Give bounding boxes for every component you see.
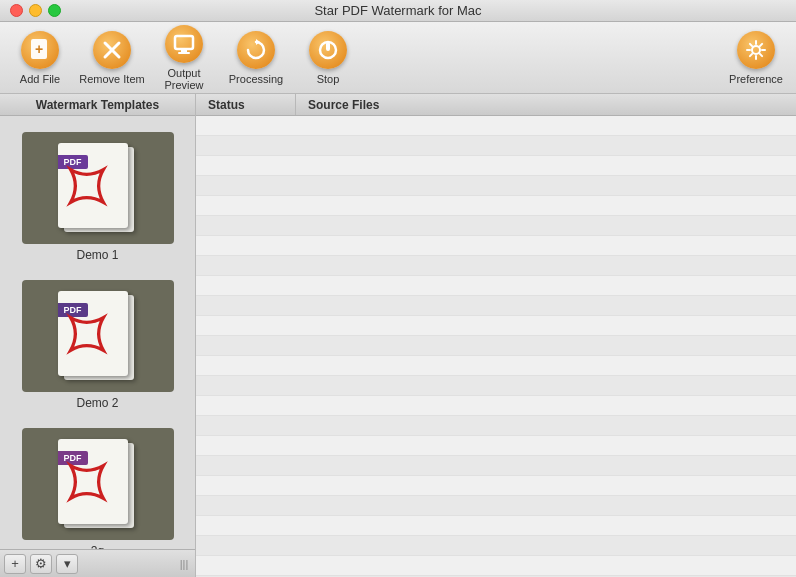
templates-list: PDF Demo 1 PDF xyxy=(0,116,195,549)
left-panel: Watermark Templates PDF Demo 1 xyxy=(0,94,196,577)
add-file-icon: + xyxy=(21,31,59,69)
title-bar: Star PDF Watermark for Mac xyxy=(0,0,796,22)
table-row xyxy=(196,296,796,316)
preview-icon xyxy=(165,25,203,63)
table-row xyxy=(196,496,796,516)
table-row xyxy=(196,556,796,576)
table-row xyxy=(196,376,796,396)
table-row xyxy=(196,476,796,496)
preference-button[interactable]: Preference xyxy=(720,25,792,91)
svg-point-10 xyxy=(752,46,760,54)
template-thumb-demo1: PDF xyxy=(22,132,174,244)
remove-item-label: Remove Item xyxy=(79,73,144,85)
table-row xyxy=(196,236,796,256)
table-row xyxy=(196,136,796,156)
svg-rect-4 xyxy=(175,36,193,49)
maximize-button[interactable] xyxy=(48,4,61,17)
source-files-column-header: Source Files xyxy=(296,94,796,115)
table-row xyxy=(196,276,796,296)
status-column-header: Status xyxy=(196,94,296,115)
table-row xyxy=(196,536,796,556)
remove-item-button[interactable]: Remove Item xyxy=(76,25,148,91)
preference-label: Preference xyxy=(729,73,783,85)
svg-rect-9 xyxy=(326,42,330,51)
add-file-button[interactable]: + Add File xyxy=(4,25,76,91)
svg-line-15 xyxy=(750,43,752,45)
stop-icon xyxy=(309,31,347,69)
content-area: Watermark Templates PDF Demo 1 xyxy=(0,94,796,577)
svg-line-16 xyxy=(760,53,762,55)
window-controls xyxy=(10,4,61,17)
template-thumb-2q: PDF xyxy=(22,428,174,540)
table-row xyxy=(196,456,796,476)
processing-button[interactable]: Processing xyxy=(220,25,292,91)
svg-text:+: + xyxy=(35,41,43,57)
processing-icon xyxy=(237,31,275,69)
settings-template-button[interactable]: ⚙ xyxy=(30,554,52,574)
template-thumb-demo2: PDF xyxy=(22,280,174,392)
table-row xyxy=(196,336,796,356)
arrow-template-button[interactable]: ▾ xyxy=(56,554,78,574)
svg-rect-6 xyxy=(178,52,190,54)
add-template-button[interactable]: + xyxy=(4,554,26,574)
template-item-demo2[interactable]: PDF Demo 2 xyxy=(4,272,191,416)
right-header: Status Source Files xyxy=(196,94,796,116)
table-row xyxy=(196,196,796,216)
watermark-templates-header: Watermark Templates xyxy=(0,94,195,116)
table-row xyxy=(196,256,796,276)
table-row xyxy=(196,116,796,136)
stop-label: Stop xyxy=(317,73,340,85)
right-rows xyxy=(196,116,796,577)
template-item-demo1[interactable]: PDF Demo 1 xyxy=(4,124,191,268)
table-row xyxy=(196,356,796,376)
svg-line-18 xyxy=(750,53,752,55)
svg-rect-5 xyxy=(181,49,187,52)
left-panel-bottom: + ⚙ ▾ ||| xyxy=(0,549,195,577)
add-file-label: Add File xyxy=(20,73,60,85)
stop-button[interactable]: Stop xyxy=(292,25,364,91)
processing-label: Processing xyxy=(229,73,283,85)
table-row xyxy=(196,416,796,436)
table-row xyxy=(196,216,796,236)
table-row xyxy=(196,156,796,176)
window-title: Star PDF Watermark for Mac xyxy=(314,3,481,18)
table-row xyxy=(196,436,796,456)
table-row xyxy=(196,516,796,536)
template-name-demo2: Demo 2 xyxy=(76,396,118,410)
template-name-demo1: Demo 1 xyxy=(76,248,118,262)
remove-icon xyxy=(93,31,131,69)
output-preview-button[interactable]: Output Preview xyxy=(148,25,220,91)
preference-icon xyxy=(737,31,775,69)
right-panel: Status Source Files xyxy=(196,94,796,577)
resize-handle[interactable]: ||| xyxy=(177,554,191,574)
template-item-2q[interactable]: PDF 2q xyxy=(4,420,191,549)
svg-line-17 xyxy=(760,43,762,45)
table-row xyxy=(196,396,796,416)
output-preview-label: Output Preview xyxy=(148,67,220,91)
toolbar: + Add File Remove Item xyxy=(0,22,796,94)
close-button[interactable] xyxy=(10,4,23,17)
minimize-button[interactable] xyxy=(29,4,42,17)
table-row xyxy=(196,176,796,196)
table-row xyxy=(196,316,796,336)
